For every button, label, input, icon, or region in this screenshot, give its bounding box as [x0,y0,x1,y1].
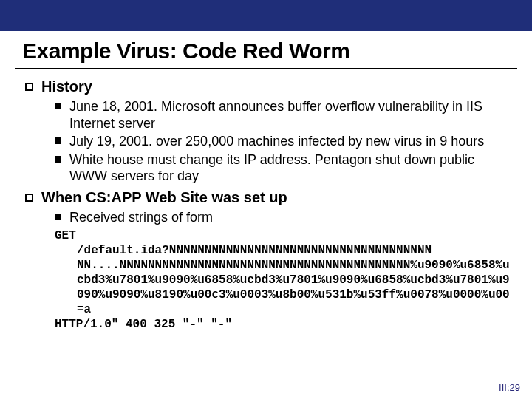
code-line: /default.ida?NNNNNNNNNNNNNNNNNNNNNNNNNNN… [55,243,511,258]
code-line: HTTP/1.0" 400 325 "-" "-" [55,318,232,331]
list-item: July 19, 2001. over 250,000 machines inf… [55,133,511,150]
title-bar [0,0,532,31]
section-csapp: When CS:APP Web Site was set up Received… [25,189,511,226]
list-item: Received strings of form [55,209,511,226]
list-item: June 18, 2001. Microsoft announces buffe… [55,98,511,132]
slide-title: Example Virus: Code Red Worm [22,38,532,64]
section-heading: When CS:APP Web Site was set up [41,189,287,205]
code-line: NN....NNNNNNNNNNNNNNNNNNNNNNNNNNNNNNNNNN… [55,258,511,317]
code-line: GET [55,229,76,242]
slide-body: History June 18, 2001. Microsoft announc… [25,78,511,332]
list-item: White house must change its IP address. … [55,151,511,185]
section-history: History June 18, 2001. Microsoft announc… [25,78,511,185]
title-rule [15,68,517,69]
code-sample: GET /default.ida?NNNNNNNNNNNNNNNNNNNNNNN… [55,228,511,332]
section-heading: History [41,78,92,95]
slide-number: III:29 [499,382,520,393]
